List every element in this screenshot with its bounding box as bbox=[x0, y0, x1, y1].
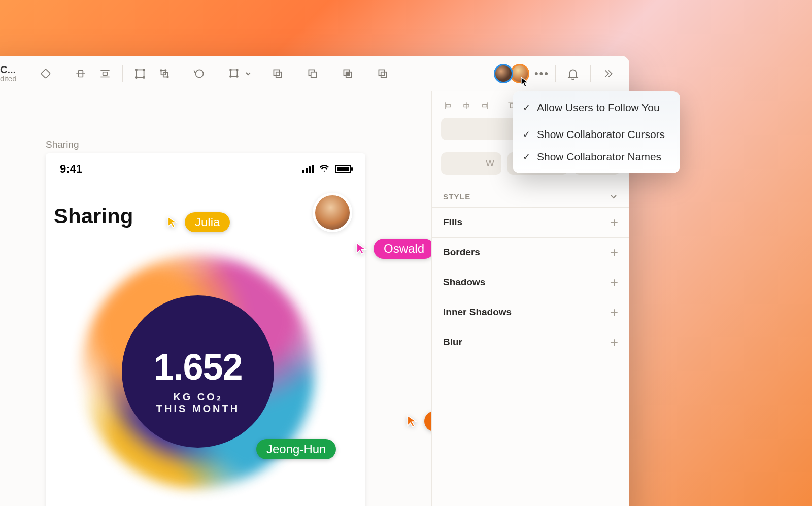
svg-rect-39 bbox=[483, 105, 487, 107]
metric: 1.652 KG CO₂ THIS MONTH bbox=[46, 346, 350, 415]
toolbar-separator bbox=[295, 65, 295, 82]
menu-show-names[interactable]: ✓ Show Collaborator Names bbox=[513, 146, 680, 168]
svg-rect-29 bbox=[379, 70, 384, 75]
w-field[interactable]: W bbox=[441, 152, 501, 175]
toolbar-separator bbox=[182, 65, 182, 82]
battery-icon bbox=[335, 165, 351, 173]
toolbar-separator bbox=[330, 65, 330, 82]
collaborator-name: Oswald bbox=[374, 239, 431, 259]
borders-row[interactable]: Borders+ bbox=[432, 237, 629, 267]
svg-rect-28 bbox=[346, 72, 349, 75]
group-button[interactable] bbox=[129, 62, 151, 85]
svg-rect-22 bbox=[274, 70, 279, 75]
metric-label-1: KG CO₂ bbox=[46, 391, 350, 403]
svg-rect-23 bbox=[276, 72, 281, 77]
toolbar-separator bbox=[122, 65, 123, 82]
svg-marker-33 bbox=[408, 416, 416, 427]
cursor-icon bbox=[406, 415, 419, 428]
collaboration-menu: ✓ Allow Users to Follow You ✓ Show Colla… bbox=[513, 91, 680, 173]
overflow-toolbar-button[interactable] bbox=[597, 62, 619, 85]
boolean-subtract-button[interactable] bbox=[301, 62, 324, 85]
boolean-intersect-button[interactable] bbox=[336, 62, 359, 85]
svg-rect-17 bbox=[230, 70, 237, 76]
cursor-icon bbox=[166, 216, 180, 229]
style-section-header[interactable]: STYLE bbox=[432, 182, 629, 207]
check-icon: ✓ bbox=[522, 129, 531, 140]
boolean-union-button[interactable] bbox=[266, 62, 289, 85]
collaborator-cursor-oswald: Oswald bbox=[355, 239, 431, 259]
ungroup-button[interactable] bbox=[153, 62, 176, 85]
toolbar-separator bbox=[590, 65, 591, 82]
svg-rect-5 bbox=[103, 72, 107, 75]
artboard-heading: Sharing bbox=[54, 204, 133, 228]
check-icon: ✓ bbox=[522, 102, 531, 113]
document-title-block: C... dited bbox=[0, 64, 17, 82]
mock-status-bar: 9:41 bbox=[46, 153, 365, 176]
svg-marker-46 bbox=[521, 77, 528, 87]
toolbar-separator bbox=[28, 65, 28, 82]
align-left-icon[interactable] bbox=[443, 100, 453, 111]
collaborators-more-button[interactable]: ••• bbox=[534, 67, 549, 80]
document-title: C... bbox=[0, 64, 17, 75]
metric-value: 1.652 bbox=[46, 346, 350, 388]
menu-allow-follow[interactable]: ✓ Allow Users to Follow You bbox=[513, 96, 680, 119]
boolean-difference-button[interactable] bbox=[371, 62, 394, 85]
svg-marker-32 bbox=[357, 243, 365, 254]
artboard-label: Sharing bbox=[46, 139, 79, 150]
rotate-button[interactable] bbox=[188, 62, 211, 85]
check-icon: ✓ bbox=[522, 151, 531, 162]
mock-status-icons bbox=[302, 162, 351, 176]
inner-shadows-row[interactable]: Inner Shadows+ bbox=[432, 297, 629, 327]
cursor-icon bbox=[355, 242, 368, 255]
svg-rect-35 bbox=[446, 105, 450, 107]
align-hcenter-icon[interactable] bbox=[461, 100, 471, 111]
collaborator-cursor-jeong: Jeong-Hun bbox=[256, 439, 336, 459]
collaborator-cursor-julia: Julia bbox=[166, 212, 230, 232]
toolbar-separator bbox=[217, 65, 217, 82]
resize-dropdown-caret[interactable] bbox=[245, 62, 254, 85]
mock-user-avatar bbox=[313, 193, 352, 232]
svg-rect-0 bbox=[41, 69, 50, 78]
menu-show-cursors[interactable]: ✓ Show Collaborator Cursors bbox=[513, 123, 680, 146]
toolbar: C... dited bbox=[0, 56, 629, 91]
notifications-button[interactable] bbox=[562, 62, 584, 85]
metric-label-2: THIS MONTH bbox=[46, 403, 350, 415]
signal-icon bbox=[302, 165, 314, 173]
shadows-row[interactable]: Shadows+ bbox=[432, 267, 629, 297]
collaborator-cursor-kanye: Kanye bbox=[406, 411, 431, 431]
blur-row[interactable]: Blur+ bbox=[432, 327, 629, 357]
mock-time: 9:41 bbox=[60, 162, 82, 176]
chevron-down-icon bbox=[609, 192, 618, 201]
align-right-icon[interactable] bbox=[480, 100, 490, 111]
toolbar-separator bbox=[555, 65, 556, 82]
wifi-icon bbox=[319, 162, 330, 176]
toolbar-separator bbox=[260, 65, 260, 82]
toolbar-separator bbox=[63, 65, 63, 82]
resize-button[interactable] bbox=[223, 62, 246, 85]
fills-row[interactable]: Fills+ bbox=[432, 207, 629, 237]
svg-point-16 bbox=[195, 70, 203, 77]
svg-rect-6 bbox=[136, 70, 144, 77]
insert-shape-button[interactable] bbox=[35, 62, 57, 85]
svg-rect-30 bbox=[381, 72, 386, 77]
canvas[interactable]: Sharing 9:41 Sharing 1.652 KG CO₂ bbox=[0, 91, 431, 506]
document-subtitle: dited bbox=[0, 75, 17, 82]
collaborator-name: Julia bbox=[185, 212, 230, 232]
toolbar-separator bbox=[365, 65, 365, 82]
collaborator-name: Jeong-Hun bbox=[256, 439, 336, 459]
svg-rect-25 bbox=[311, 72, 316, 77]
distribute-horizontal-button[interactable] bbox=[94, 62, 116, 85]
collaborator-avatar-1[interactable] bbox=[494, 64, 513, 83]
svg-marker-31 bbox=[168, 217, 177, 228]
align-vertical-center-button[interactable] bbox=[70, 62, 92, 85]
pointer-cursor-icon bbox=[520, 76, 530, 88]
collaborator-name: Kanye bbox=[424, 411, 431, 431]
menu-separator bbox=[513, 121, 680, 121]
